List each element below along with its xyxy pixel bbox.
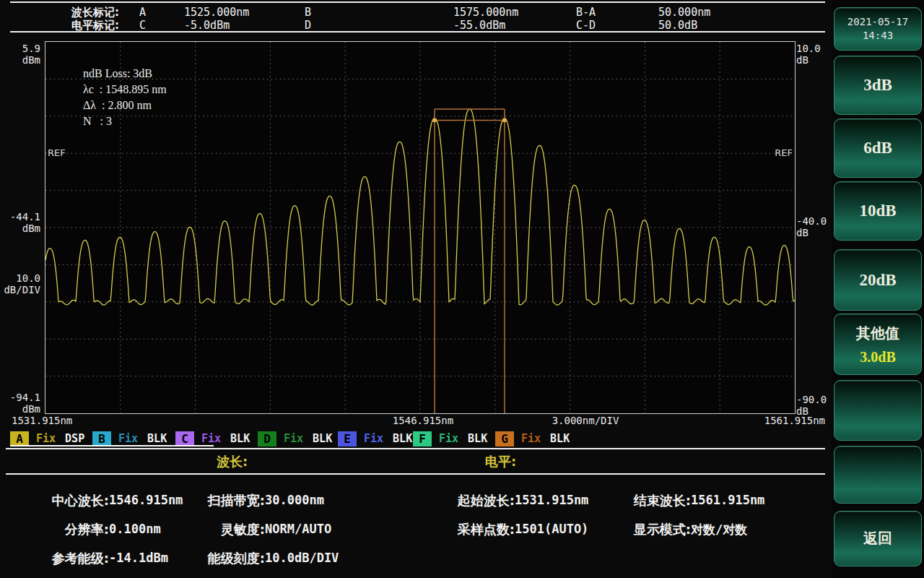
trace-mode-label: Fix — [201, 432, 221, 445]
spectrum-chart: ndB Loss: 3dB λc : 1548.895 nm Δλ : 2.80… — [45, 41, 796, 414]
softkey-return[interactable]: 返回 — [834, 511, 922, 566]
trace-e-badge: E — [338, 431, 357, 447]
info-field-label: 起始波长: — [404, 492, 515, 509]
datetime-display: 2021-05-17 14:43 — [834, 7, 922, 51]
marker-cd-name: C-D — [576, 19, 596, 32]
info-field: 能级刻度:10.0dB/DIV — [166, 550, 339, 567]
info-field-value: NORM/AUTO — [265, 521, 331, 538]
ref-label-left: REF — [48, 147, 66, 158]
trace-mode-label: Fix — [364, 432, 383, 445]
trace-display-state: BLK — [550, 432, 570, 445]
wavelength-marker-label: 波长标记: — [10, 6, 119, 20]
info-field-label: 结束波长: — [585, 492, 691, 509]
info-field: 采样点数:1501(AUTO) — [404, 521, 588, 538]
x-axis-tick-label: 1546.915nm — [393, 415, 453, 426]
y-axis-tick-label: -44.1 dBm — [0, 211, 40, 234]
y-axis-tick-label: 10.0 dB/DIV — [0, 272, 40, 296]
header-top-rule — [10, 1, 825, 3]
info-field: 中心波长:1546.915nm — [14, 492, 183, 509]
trace-mode-label: Fix — [284, 432, 303, 445]
softkey-label: 20dB — [859, 271, 896, 290]
info-field-value: 对数/对数 — [691, 521, 747, 538]
time-text: 14:43 — [863, 29, 893, 43]
header-bottom-rule — [10, 31, 825, 33]
y-axis-tick-label: 10.0 dB — [796, 43, 821, 66]
info-field-value: -14.1dBm — [109, 550, 168, 567]
info-row: 参考能级:-14.1dBm能级刻度:10.0dB/DIV — [0, 550, 830, 567]
softkey-other-value[interactable]: 其他值3.0dB — [834, 314, 922, 375]
softkey-label: 10dB — [859, 202, 896, 220]
active-trace-underline — [10, 445, 214, 447]
marker-cd-value: 50.0dB — [658, 19, 697, 32]
trace-slot-a[interactable]: AFixDSP — [10, 431, 84, 447]
marker-b-value: 1575.000nm — [453, 6, 518, 19]
x-axis-tick-label: 3.000nm/DIV — [552, 415, 619, 426]
x-axis-tick-label: 1531.915nm — [12, 415, 72, 426]
info-field-label: 中心波长: — [14, 492, 109, 509]
marker-a-value: 1525.000nm — [184, 6, 249, 19]
info-field: 参考能级:-14.1dBm — [14, 550, 168, 567]
info-field-label: 扫描带宽: — [166, 492, 265, 509]
trace-slot-f[interactable]: FFixBLK — [413, 431, 487, 447]
trace-slot-g[interactable]: GFixBLK — [495, 431, 570, 447]
softkey-6db[interactable]: 6dB — [834, 118, 922, 178]
ndb-loss-marker-point — [502, 118, 506, 122]
y-axis-tick-label: -40.0 dB — [796, 215, 827, 238]
info-field: 结束波长:1561.915nm — [585, 492, 764, 509]
marker-ba-name: B-A — [576, 6, 596, 19]
marker-c-name: C — [139, 19, 146, 32]
info-field-label: 分辨率: — [14, 521, 109, 538]
ndb-loss-marker-point — [433, 118, 437, 122]
y-axis-tick-label: -94.1 dBm — [0, 392, 40, 415]
info-field-label: 显示模式: — [585, 521, 691, 538]
trace-slot-d[interactable]: DFixBLK — [258, 431, 332, 447]
trace-display-state: BLK — [393, 432, 412, 445]
info-field-label: 灵敏度: — [166, 521, 265, 538]
trace-c-badge: C — [175, 431, 194, 447]
marker-a-name: A — [139, 6, 146, 19]
info-field: 扫描带宽:30.000nm — [166, 492, 324, 509]
osa-screen: 波长标记: A 1525.000nm B 1575.000nm B-A 50.0… — [0, 0, 924, 578]
trace-mode-label: Fix — [439, 432, 458, 445]
softkey-blank-2[interactable] — [834, 446, 922, 504]
softkey-label: 其他值 — [856, 324, 899, 343]
trace-slot-e[interactable]: EFixBLK — [338, 431, 412, 447]
trace-display-state: BLK — [147, 432, 167, 445]
info-field-value: 0.100nm — [109, 521, 161, 538]
info-field-value: 1531.915nm — [515, 492, 588, 509]
info-field-value: 1561.915nm — [691, 492, 764, 509]
info-field: 灵敏度:NORM/AUTO — [166, 521, 331, 538]
info-field-label: 能级刻度: — [166, 550, 265, 567]
info-field: 显示模式:对数/对数 — [585, 521, 747, 538]
softkey-10db[interactable]: 10dB — [834, 181, 922, 241]
trace-f-badge: F — [413, 431, 432, 447]
info-field-value: 30.000nm — [265, 492, 324, 509]
softkey-20db[interactable]: 20dB — [834, 249, 922, 311]
trace-d-badge: D — [258, 431, 276, 447]
trace-mode-label: Fix — [521, 432, 541, 445]
info-row: 中心波长:1546.915nm扫描带宽:30.000nm起始波长:1531.91… — [0, 492, 830, 509]
softkey-label: 6dB — [863, 139, 892, 158]
trace-b-badge: B — [92, 431, 111, 447]
date-text: 2021-05-17 — [847, 15, 908, 29]
marker-d-value: -55.0dBm — [453, 19, 505, 32]
trace-g-badge: G — [495, 431, 514, 447]
marker-ba-value: 50.000nm — [658, 6, 710, 19]
y-axis-tick-label: 5.9 dBm — [0, 43, 40, 66]
info-field-value: 1501(AUTO) — [515, 521, 588, 538]
trace-slot-c[interactable]: CFixBLK — [175, 431, 250, 447]
trace-slot-b[interactable]: BFixBLK — [92, 431, 167, 447]
trace-a-line — [45, 109, 795, 305]
softkey-blank-1[interactable] — [834, 380, 922, 441]
trace-a-badge: A — [10, 431, 29, 447]
softkey-3db[interactable]: 3dB — [834, 56, 922, 115]
level-section-label: 电平: — [485, 453, 516, 470]
y-axis-tick-label: -90.0 dB — [796, 394, 827, 417]
info-field-label: 参考能级: — [14, 550, 109, 567]
info-field: 起始波长:1531.915nm — [404, 492, 588, 509]
ref-label-right: REF — [775, 147, 793, 158]
softkey-label: 3dB — [863, 76, 892, 95]
trace-display-state: BLK — [230, 432, 250, 445]
info-field: 分辨率:0.100nm — [14, 521, 161, 538]
trace-display-state: DSP — [65, 432, 84, 445]
